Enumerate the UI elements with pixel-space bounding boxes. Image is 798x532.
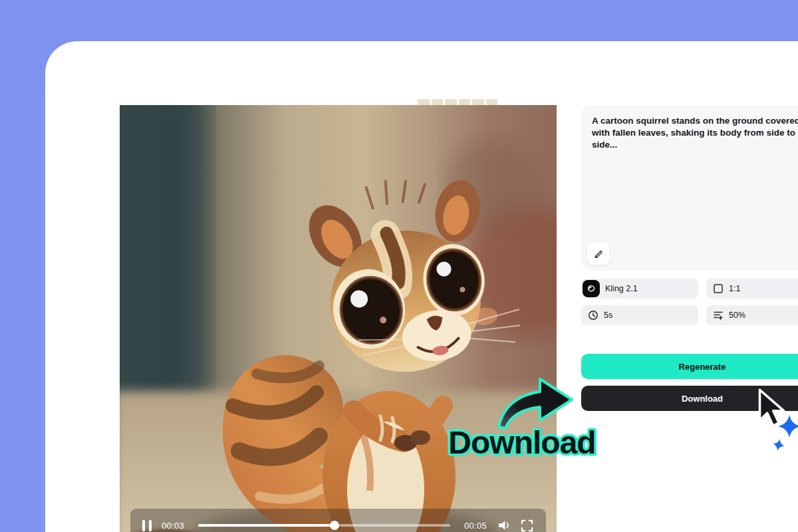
- pencil-icon: [593, 247, 604, 259]
- duration-clock-icon: [588, 310, 598, 321]
- chip-duration[interactable]: 5s: [581, 305, 698, 325]
- cropped-thumbnail-strip: [418, 99, 497, 105]
- video-frame-squirrel: [120, 105, 557, 532]
- result-card: 00:03 00:05 A cartoon squirrel stands o: [45, 41, 798, 532]
- download-button[interactable]: Download: [581, 386, 798, 411]
- sparkle-icons: [766, 411, 798, 455]
- chip-model[interactable]: Kling 2.1: [581, 279, 698, 299]
- chip-creativity[interactable]: 50%: [706, 305, 798, 325]
- chip-aspect-label: 1:1: [729, 284, 740, 293]
- pause-button[interactable]: [142, 520, 152, 531]
- chip-creativity-label: 50%: [729, 311, 745, 320]
- generation-panel: A cartoon squirrel stands on the ground …: [581, 106, 798, 411]
- aspect-ratio-icon: [713, 283, 724, 294]
- creativity-level-icon: [713, 310, 724, 321]
- regenerate-button[interactable]: Regenerate: [581, 354, 798, 379]
- seek-bar[interactable]: [198, 524, 450, 527]
- current-time: 00:03: [160, 521, 186, 531]
- settings-chips: Kling 2.1 1:1 5s 50%: [581, 279, 798, 325]
- chip-model-label: Kling 2.1: [605, 284, 638, 293]
- chip-duration-label: 5s: [604, 311, 612, 320]
- prompt-box: A cartoon squirrel stands on the ground …: [581, 106, 798, 271]
- video-control-bar: 00:03 00:05: [130, 509, 546, 532]
- chip-aspect-ratio[interactable]: 1:1: [706, 279, 798, 299]
- volume-icon[interactable]: [497, 519, 511, 532]
- edit-prompt-button[interactable]: [587, 241, 610, 265]
- video-player[interactable]: 00:03 00:05: [120, 105, 557, 532]
- kling-logo-icon: [583, 280, 600, 297]
- fullscreen-icon[interactable]: [519, 519, 534, 532]
- prompt-text: A cartoon squirrel stands on the ground …: [592, 115, 798, 150]
- total-time: 00:05: [462, 521, 489, 531]
- seek-knob[interactable]: [330, 521, 339, 530]
- seek-bar-fill: [198, 524, 334, 527]
